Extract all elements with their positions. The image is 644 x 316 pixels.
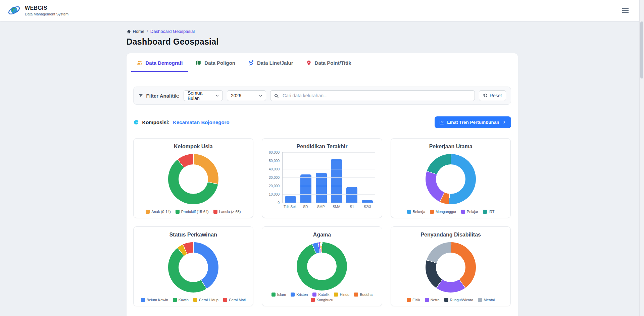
gridline (283, 177, 375, 178)
page-scrollbar[interactable] (639, 0, 644, 316)
home-icon (127, 29, 131, 34)
legend-swatch (354, 293, 358, 297)
donut-hole (436, 164, 465, 194)
agama-donut-chart[interactable] (297, 242, 347, 291)
chart-card-kelompok-usia: Kelompok Usia Anak (0-14)Produktif (15-6… (133, 138, 254, 218)
legend-swatch (334, 293, 338, 297)
status-perkawinan-donut-chart[interactable] (168, 242, 218, 293)
bar-chart-x-axis: Tdk SekSDSMPSMAS1S2/3 (282, 205, 375, 209)
chart-legend: BekerjaMenganggurPelajarIRT (407, 208, 495, 214)
scrollbar-thumb[interactable] (640, 21, 643, 78)
trend-button[interactable]: Lihat Tren Pertumbuhan (435, 116, 511, 128)
y-tick-label: 10,000 (269, 192, 280, 196)
legend-label: Anak (0-14) (151, 210, 170, 214)
legend-item[interactable]: Pelajar (461, 210, 478, 214)
pendidikan-bar-chart[interactable]: 010,00020,00030,00040,00050,00060,000 Td… (266, 152, 378, 214)
legend-swatch (311, 298, 315, 302)
legend-swatch (312, 293, 316, 297)
reset-label: Reset (490, 93, 502, 98)
legend-item[interactable]: Lansia (> 65) (213, 210, 241, 214)
chart-title: Status Perkawinan (169, 232, 217, 238)
main-container: Home / Dashboard Geospasial Dashboard Ge… (127, 21, 518, 316)
legend-swatch (193, 298, 197, 302)
legend-label: Hindu (340, 293, 349, 297)
tab-data-poligon[interactable]: Data Poligon (190, 53, 241, 72)
breadcrumb-separator: / (147, 29, 148, 34)
legend-item[interactable]: Katolik (312, 293, 329, 297)
legend-label: Islam (277, 293, 286, 297)
breadcrumb: Home / Dashboard Geospasial (127, 29, 518, 34)
reset-button[interactable]: Reset (479, 90, 506, 101)
bar[interactable] (285, 196, 296, 203)
legend-label: Produktif (15-64) (181, 210, 209, 214)
legend-swatch (483, 210, 487, 214)
donut-hole (179, 164, 208, 194)
legend-item[interactable]: IRT (483, 210, 495, 214)
tab-label: Data Poligon (204, 60, 235, 66)
route-icon (248, 60, 254, 66)
legend-label: Kristen (296, 293, 308, 297)
bar[interactable] (331, 159, 342, 203)
tab-content: Filter Analitik: Semua Bulan 2026 (127, 87, 518, 316)
legend-swatch (271, 293, 276, 297)
search-input[interactable] (280, 91, 475, 101)
legend-item[interactable]: Anak (0-14) (146, 210, 170, 214)
legend-item[interactable]: Bekerja (407, 210, 425, 214)
legend-item[interactable]: Produktif (15-64) (176, 210, 209, 214)
chart-legend: FisikNetraRungu/WicaraMental (407, 296, 495, 302)
dashboard-card: Data Demografi Data Poligon Data Line/Ja… (127, 53, 518, 316)
legend-item[interactable]: Rungu/Wicara (444, 298, 474, 302)
chart-title: Pekerjaan Utama (429, 144, 473, 150)
tab-data-point-titik[interactable]: Data Point/Titik (301, 53, 357, 72)
reset-icon (483, 93, 488, 98)
disabilitas-donut-chart[interactable] (426, 242, 476, 293)
hamburger-menu-icon[interactable] (620, 6, 631, 15)
legend-item[interactable]: Kawin (173, 298, 189, 302)
legend-item[interactable]: Belum Kawin (141, 298, 168, 302)
legend-item[interactable]: Konghucu (311, 298, 333, 302)
legend-label: Buddha (360, 293, 373, 297)
breadcrumb-home-link[interactable]: Home (127, 29, 145, 34)
tab-data-line-jalur[interactable]: Data Line/Jalur (243, 53, 299, 72)
legend-swatch (407, 298, 411, 302)
legend-item[interactable]: Cerai Mati (223, 298, 246, 302)
legend-item[interactable]: Fisik (407, 298, 420, 302)
y-tick-label: 0 (278, 201, 280, 205)
gridline (283, 169, 375, 169)
pekerjaan-utama-donut-chart[interactable] (426, 154, 476, 204)
kelompok-usia-donut-chart[interactable] (168, 154, 218, 204)
tab-data-demografi[interactable]: Data Demografi (131, 53, 188, 72)
legend-item[interactable]: Hindu (334, 293, 349, 297)
legend-item[interactable]: Cerai Hidup (193, 298, 218, 302)
legend-item[interactable]: Menganggur (430, 210, 456, 214)
legend-item[interactable]: Netra (425, 298, 440, 302)
funnel-icon (138, 93, 143, 98)
chart-card-status-perkawinan: Status Perkawinan Belum KawinKawinCerai … (133, 226, 254, 306)
month-select[interactable]: Semua Bulan (184, 90, 223, 101)
brand-logo[interactable]: WEBGIS Data Management System (7, 4, 68, 17)
legend-swatch (146, 210, 150, 214)
x-tick-label: SMP (313, 205, 329, 209)
bar[interactable] (346, 187, 357, 203)
pie-chart-icon (133, 119, 139, 125)
chart-legend: Anak (0-14)Produktif (15-64)Lansia (> 65… (146, 208, 241, 214)
year-select[interactable]: 2026 (227, 90, 266, 101)
x-tick-label: SMA (329, 205, 344, 209)
legend-item[interactable]: Islam (271, 293, 286, 297)
y-tick-label: 20,000 (269, 184, 280, 188)
legend-item[interactable]: Buddha (354, 293, 373, 297)
chart-card-agama: Agama IslamKristenKatolikHinduBuddhaKong… (262, 226, 382, 306)
bar[interactable] (362, 200, 373, 203)
bar[interactable] (300, 174, 311, 203)
komposisi-location-link[interactable]: Kecamatan Bojonegoro (173, 119, 229, 125)
chart-title: Agama (313, 232, 331, 238)
legend-item[interactable]: Mental (478, 298, 495, 302)
app-header: WEBGIS Data Management System (0, 0, 644, 21)
y-tick-label: 40,000 (269, 167, 280, 171)
legend-item[interactable]: Kristen (291, 293, 308, 297)
page-title: Dashboard Geospasial (127, 37, 518, 47)
gridline (283, 152, 375, 153)
breadcrumb-current[interactable]: Dashboard Geospasial (150, 29, 195, 34)
legend-swatch (444, 298, 448, 302)
legend-swatch (430, 210, 434, 214)
